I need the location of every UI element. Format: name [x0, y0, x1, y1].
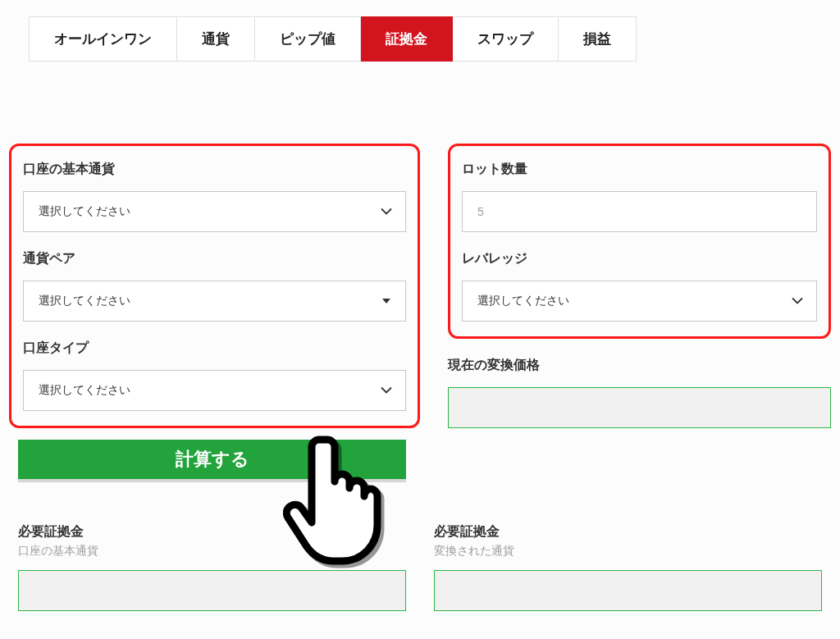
- label-base-currency: 口座の基本通貨: [23, 161, 406, 178]
- button-shadow: [18, 479, 406, 482]
- result-right-title: 必要証拠金: [434, 523, 822, 541]
- chevron-down-icon: [792, 298, 803, 305]
- tab-label: ピップ値: [280, 30, 336, 48]
- tab-pip[interactable]: ピップ値: [255, 16, 361, 62]
- label-currency-pair: 通貨ペア: [23, 250, 406, 267]
- output-margin-conv: [434, 570, 822, 611]
- results-row: 必要証拠金 口座の基本通貨 必要証拠金 変換された通貨: [18, 523, 822, 611]
- result-right-sub: 変換された通貨: [434, 544, 822, 559]
- panel-right: ロット数量 レバレッジ 選択してください: [448, 144, 831, 339]
- result-left: 必要証拠金 口座の基本通貨: [18, 523, 406, 611]
- lot-field[interactable]: [477, 192, 801, 231]
- calculate-button[interactable]: 計算する: [18, 440, 406, 479]
- conversion-rate-area: 現在の変換価格: [448, 357, 831, 428]
- tab-currency[interactable]: 通貨: [177, 16, 255, 62]
- label-conv-rate: 現在の変換価格: [448, 357, 831, 374]
- select-currency-pair[interactable]: 選択してください: [23, 281, 406, 322]
- result-left-sub: 口座の基本通貨: [18, 544, 406, 559]
- input-lot[interactable]: [462, 191, 817, 232]
- tab-label: 通貨: [202, 30, 230, 48]
- select-leverage[interactable]: 選択してください: [462, 281, 817, 322]
- chevron-down-icon: [381, 208, 392, 216]
- output-conv-rate: [448, 387, 831, 428]
- select-placeholder: 選択してください: [39, 383, 130, 398]
- calculate-button-label: 計算する: [176, 447, 249, 472]
- select-account-type[interactable]: 選択してください: [23, 370, 406, 411]
- label-lot: ロット数量: [462, 161, 817, 178]
- output-margin-base: [18, 570, 406, 611]
- tab-bar: オールインワン 通貨 ピップ値 証拠金 スワップ 損益: [29, 16, 840, 62]
- tab-pl[interactable]: 損益: [559, 16, 637, 62]
- panel-left: 口座の基本通貨 選択してください 通貨ペア 選択してください 口座タイプ 選択し…: [9, 144, 420, 428]
- select-placeholder: 選択してください: [477, 294, 569, 308]
- tab-label: スワップ: [477, 30, 533, 48]
- tab-all-in-one[interactable]: オールインワン: [29, 16, 177, 62]
- label-account-type: 口座タイプ: [23, 340, 406, 357]
- chevron-down-icon: [381, 387, 392, 395]
- tab-label: 証拠金: [386, 30, 427, 48]
- tab-swap[interactable]: スワップ: [453, 16, 559, 62]
- triangle-down-icon: [382, 299, 390, 304]
- result-right: 必要証拠金 変換された通貨: [434, 523, 822, 611]
- select-placeholder: 選択してください: [39, 294, 130, 308]
- result-left-title: 必要証拠金: [18, 523, 406, 541]
- tab-label: オールインワン: [54, 30, 152, 48]
- label-leverage: レバレッジ: [462, 250, 817, 267]
- select-base-currency[interactable]: 選択してください: [23, 191, 406, 232]
- tab-label: 損益: [583, 30, 611, 48]
- select-placeholder: 選択してください: [39, 204, 130, 219]
- tab-margin[interactable]: 証拠金: [361, 16, 453, 62]
